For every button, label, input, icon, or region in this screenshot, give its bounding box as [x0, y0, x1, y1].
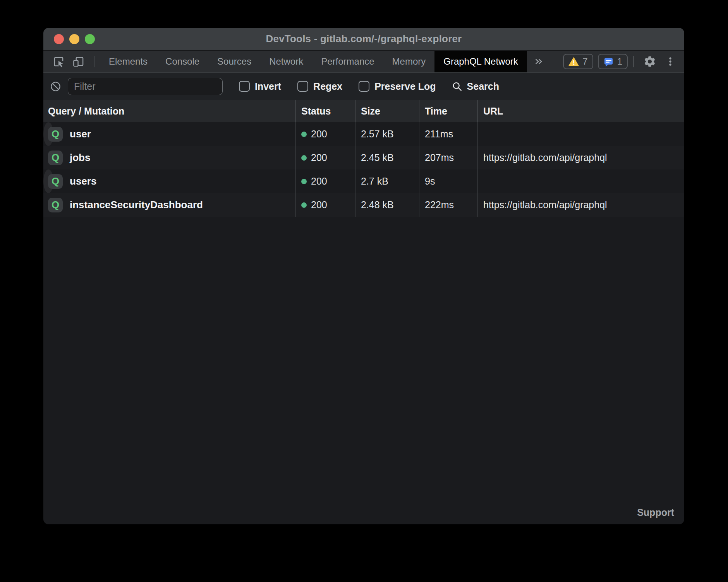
- inspect-icon: [53, 56, 65, 68]
- warning-count: 7: [582, 56, 587, 67]
- block-icon: [50, 80, 62, 92]
- tab-graphql-network[interactable]: GraphQL Network: [434, 51, 527, 72]
- clear-requests-button[interactable]: [50, 80, 62, 92]
- status-cell: 200: [295, 122, 355, 146]
- size-cell: 2.7 kB: [355, 169, 419, 193]
- screen: DevTools - gitlab.com/-/graphql-explorer…: [0, 0, 728, 582]
- maximize-window-button[interactable]: [85, 34, 95, 44]
- column-header-size[interactable]: Size: [355, 100, 419, 122]
- column-header-url[interactable]: URL: [477, 100, 684, 122]
- checkbox-box: [239, 81, 250, 92]
- separator: [94, 56, 94, 67]
- status-code: 200: [311, 176, 327, 187]
- size-cell: 2.48 kB: [355, 193, 419, 217]
- device-toolbar-icon: [72, 56, 84, 68]
- devtools-tabbar: Elements Console Sources Network Perform…: [43, 51, 684, 73]
- time-cell: 207ms: [419, 146, 477, 169]
- filter-toolbar: Invert Regex Preserve Log Search: [43, 73, 684, 100]
- more-options-button[interactable]: [660, 55, 679, 68]
- kebab-menu-icon: [664, 55, 676, 68]
- tab-sources[interactable]: Sources: [208, 51, 260, 72]
- tab-network[interactable]: Network: [260, 51, 312, 72]
- separator: [633, 56, 634, 67]
- query-type-badge: Q: [48, 198, 63, 212]
- empty-area: Support: [43, 217, 684, 524]
- status-ok-dot: [301, 155, 307, 161]
- query-type-badge: Q: [48, 127, 63, 142]
- titlebar: DevTools - gitlab.com/-/graphql-explorer: [43, 28, 684, 51]
- time-cell: 222ms: [419, 193, 477, 217]
- query-name: instanceSecurityDashboard: [70, 199, 203, 211]
- size-cell: 2.57 kB: [355, 122, 419, 146]
- devtools-window: DevTools - gitlab.com/-/graphql-explorer…: [43, 28, 684, 524]
- query-type-badge: Q: [48, 174, 63, 189]
- status-code: 200: [311, 199, 327, 211]
- query-cell: Q jobs: [43, 146, 295, 169]
- invert-checkbox[interactable]: Invert: [239, 81, 281, 92]
- tabbar-right-controls: 7 1: [558, 51, 684, 72]
- gear-icon: [643, 55, 656, 68]
- column-header-time[interactable]: Time: [419, 100, 477, 122]
- table-row-user[interactable]: Q user 200 2.57 kB 211ms https://gitlab.…: [43, 122, 53, 146]
- close-window-button[interactable]: [54, 34, 64, 44]
- tab-memory[interactable]: Memory: [383, 51, 435, 72]
- size-cell: 2.45 kB: [355, 146, 419, 169]
- window-title: DevTools - gitlab.com/-/graphql-explorer: [266, 33, 462, 45]
- support-link[interactable]: Support: [637, 507, 674, 518]
- regex-checkbox[interactable]: Regex: [297, 81, 342, 92]
- column-header-status[interactable]: Status: [295, 100, 355, 122]
- status-ok-dot: [301, 179, 307, 184]
- query-type-badge: Q: [48, 151, 63, 165]
- time-cell: 211ms: [419, 122, 477, 146]
- warning-triangle-icon: [568, 56, 579, 67]
- query-cell: Q instanceSecurityDashboard: [43, 193, 295, 217]
- url-cell: https://gitlab.com/api/graphql: [477, 146, 684, 169]
- query-name: users: [70, 175, 96, 187]
- message-bubble-icon: [603, 56, 614, 67]
- checkbox-box: [297, 81, 308, 92]
- status-cell: 200: [295, 146, 355, 169]
- more-tabs-button[interactable]: [527, 51, 549, 72]
- tab-console[interactable]: Console: [156, 51, 208, 72]
- inspect-element-button[interactable]: [49, 51, 69, 72]
- query-cell: Q users: [43, 169, 295, 193]
- preserve-log-checkbox[interactable]: Preserve Log: [359, 81, 436, 92]
- time-cell: 9s: [419, 169, 477, 193]
- url-cell: https://gitlab.com/api/graphql: [477, 169, 483, 193]
- device-toolbar-button[interactable]: [69, 51, 88, 72]
- double-chevron-icon: [532, 56, 544, 67]
- status-cell: 200: [295, 169, 355, 193]
- table-row-instance-security-dashboard[interactable]: Q instanceSecurityDashboard 200 2.48 kB …: [43, 193, 684, 217]
- message-count: 1: [617, 56, 622, 67]
- warnings-badge[interactable]: 7: [563, 54, 593, 69]
- query-name: jobs: [70, 152, 90, 164]
- issues-badge[interactable]: 1: [598, 54, 628, 69]
- traffic-lights: [54, 28, 95, 50]
- query-cell: Q user: [43, 122, 295, 146]
- checkbox-box: [359, 81, 369, 92]
- status-cell: 200: [295, 193, 355, 217]
- checkbox-label: Regex: [313, 81, 342, 92]
- tab-performance[interactable]: Performance: [312, 51, 383, 72]
- search-button[interactable]: Search: [452, 81, 499, 92]
- url-cell: https://gitlab.com/api/graphql: [477, 193, 684, 217]
- table-row-jobs[interactable]: Q jobs 200 2.45 kB 207ms https://gitlab.…: [43, 146, 684, 169]
- column-header-query[interactable]: Query / Mutation: [43, 100, 295, 122]
- filter-input[interactable]: [68, 78, 223, 95]
- minimize-window-button[interactable]: [69, 34, 79, 44]
- status-code: 200: [311, 152, 327, 163]
- status-code: 200: [311, 128, 327, 140]
- table-row-users[interactable]: Q users 200 2.7 kB 9s https://gitlab.com…: [43, 169, 53, 193]
- checkbox-label: Preserve Log: [374, 81, 436, 92]
- checkbox-label: Invert: [255, 81, 281, 92]
- status-ok-dot: [301, 202, 307, 208]
- settings-button[interactable]: [639, 55, 660, 68]
- status-ok-dot: [301, 132, 307, 137]
- url-cell: https://gitlab.com/api/graphql: [477, 122, 483, 146]
- table-header: Query / Mutation Status Size Time URL: [43, 100, 684, 122]
- tab-elements[interactable]: Elements: [100, 51, 156, 72]
- query-name: user: [70, 128, 91, 140]
- magnifier-icon: [452, 81, 463, 92]
- search-label: Search: [467, 81, 499, 92]
